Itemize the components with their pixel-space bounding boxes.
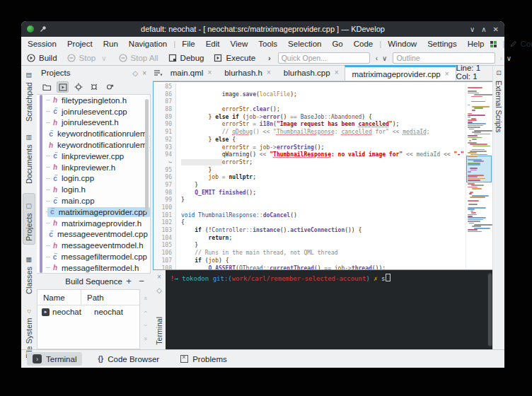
line-number: 95: [154, 167, 176, 175]
pin-icon[interactable]: [40, 25, 47, 33]
menu-item-help[interactable]: Help: [468, 40, 485, 48]
move-bottom-icon[interactable]: »: [141, 337, 149, 340]
outline-input[interactable]: [393, 52, 495, 64]
close-tab-icon[interactable]: ×: [445, 70, 449, 78]
file-row[interactable]: c̈matriximageprovider.cpp: [37, 206, 150, 218]
statusbar-code-browser-button[interactable]: {}Code Browser: [92, 353, 165, 366]
build-sequence-row[interactable]: ▸neochatneochat: [37, 305, 139, 318]
menu-item-run[interactable]: Run: [103, 40, 118, 48]
tree-scrollbar[interactable]: [145, 99, 149, 212]
move-up-icon[interactable]: ‹: [142, 311, 149, 313]
move-down-icon[interactable]: ›: [142, 325, 149, 327]
file-row[interactable]: hlogin.h: [37, 184, 150, 195]
title-bar[interactable]: default: neochat - [ neochat:src/matrixi…: [21, 21, 504, 37]
maximize-button[interactable]: ∧: [481, 25, 486, 33]
build-button[interactable]: Build: [27, 54, 57, 62]
stop-all-button[interactable]: Stop All: [119, 54, 158, 62]
sidebar-tab-scratchpad[interactable]: Scratchpad▤: [23, 69, 35, 124]
code-dropdown-button[interactable]: Code ∨: [510, 40, 532, 48]
terminal-scrollbar[interactable]: [487, 272, 492, 347]
close-button[interactable]: ✕: [493, 25, 499, 33]
menu-item-window[interactable]: Window: [388, 40, 417, 48]
minimap-line: [469, 223, 473, 224]
menu-item-session[interactable]: Session: [28, 40, 57, 48]
nav-back-icon[interactable]: ‹: [376, 54, 378, 62]
execute-button[interactable]: Execute: [214, 54, 255, 62]
prune-gear-icon[interactable]: [103, 81, 115, 93]
file-row[interactable]: hlinkpreviewer.h: [37, 162, 150, 173]
move-top-icon[interactable]: «: [141, 296, 149, 300]
statusbar-label: Code Browser: [108, 355, 159, 363]
menu-item-view[interactable]: View: [231, 40, 248, 48]
file-row[interactable]: hmatriximageprovider.h: [37, 218, 150, 229]
remove-build-item-button[interactable]: −: [137, 276, 146, 286]
menu-item-settings[interactable]: Settings: [427, 40, 457, 48]
menu-item-code[interactable]: Code: [354, 40, 374, 48]
file-row[interactable]: c̈linkpreviewer.cpp: [37, 151, 150, 162]
menu-item-tools[interactable]: Tools: [258, 40, 277, 48]
debug-button[interactable]: Debug: [168, 54, 204, 62]
toolbar-expand-icon[interactable]: ›: [268, 54, 271, 62]
add-build-item-button[interactable]: +: [124, 276, 134, 286]
minimap-line: [468, 214, 477, 216]
close-terminal-icon[interactable]: ×: [157, 273, 161, 281]
editor-tab-blurhash-cpp[interactable]: blurhash.cpp×: [277, 65, 345, 80]
reload-gear-icon[interactable]: [88, 81, 100, 93]
minimap-line: [468, 164, 480, 165]
menu-item-navigation[interactable]: Navigation: [129, 40, 167, 48]
file-row[interactable]: c̈login.cpp: [37, 173, 150, 185]
open-project-button[interactable]: [41, 81, 53, 93]
code-line: 92 } else {: [154, 136, 466, 144]
file-row[interactable]: hkeywordnotificationrulem...: [37, 139, 150, 151]
file-type-icon: c̈: [52, 253, 59, 261]
code-editor[interactable]: 8586 image.save(localFile);8788 errorStr…: [153, 81, 493, 270]
sidebar-tab-documents[interactable]: Documents▥: [23, 131, 35, 187]
editor-tab-blurhash-h[interactable]: blurhash.h×: [218, 65, 277, 80]
session-grid-icon[interactable]: [490, 41, 497, 47]
file-row[interactable]: c̈keywordnotificationrulem...: [37, 128, 150, 139]
file-row[interactable]: c̈main.cpp: [37, 195, 150, 206]
file-row[interactable]: c̈messageeventmodel.cpp: [37, 229, 150, 240]
file-name: messagefiltermodel.h: [62, 264, 139, 272]
configure-icon[interactable]: [72, 81, 84, 93]
statusbar-terminal-button[interactable]: ›Terminal: [27, 352, 82, 366]
menu-item-go[interactable]: Go: [332, 40, 342, 48]
menu-item-project[interactable]: Project: [67, 40, 93, 48]
minimap-line: [474, 94, 493, 95]
close-tab-icon[interactable]: ×: [335, 69, 339, 76]
line-number: 101: [154, 212, 176, 220]
close-tab-icon[interactable]: ×: [207, 69, 212, 76]
quick-open-input[interactable]: [278, 52, 370, 64]
sidebar-tab-projects[interactable]: Projects▢: [23, 193, 35, 245]
float-terminal-icon[interactable]: ◇: [156, 286, 162, 294]
line-number: 100: [154, 204, 176, 212]
file-row[interactable]: hfiletypesingleton.h: [37, 95, 150, 106]
menu-item-file[interactable]: File: [182, 40, 195, 48]
document-list-icon[interactable]: [153, 65, 164, 81]
editor-tab-matriximageprovider-cpp[interactable]: matriximageprovider.cpp×: [345, 65, 456, 81]
file-row[interactable]: c̈joinrulesevent.cpp: [37, 106, 150, 117]
float-panel-icon[interactable]: ◇: [132, 69, 138, 77]
minimap-scrollbar[interactable]: [466, 83, 492, 269]
file-row[interactable]: hmessageeventmodel.h: [37, 240, 150, 251]
file-row[interactable]: hjoinrulesevent.h: [37, 117, 150, 129]
file-row[interactable]: c̈messagefiltermodel.cpp: [37, 251, 150, 262]
build-target-icon: [59, 83, 67, 91]
terminal-screen[interactable]: !→ tokodon git:(work/carl/remember-selec…: [166, 270, 493, 349]
nav-dropdown2-icon[interactable]: ∨: [507, 54, 511, 62]
menu-item-selection[interactable]: Selection: [288, 40, 321, 48]
nav-forward-icon[interactable]: ›: [499, 54, 502, 62]
sidebar-tab-classes[interactable]: Classes▦: [23, 251, 35, 297]
build-selection-button[interactable]: [57, 81, 69, 93]
file-row[interactable]: hmessagefiltermodel.h: [37, 262, 150, 274]
nav-dropdown-icon[interactable]: ∨: [382, 54, 387, 62]
stop-button[interactable]: Stop ∨: [67, 54, 109, 62]
close-panel-icon[interactable]: ×: [142, 69, 146, 77]
file-type-icon: c̈: [49, 208, 56, 216]
close-tab-icon[interactable]: ×: [267, 69, 271, 76]
minimize-button[interactable]: ∨: [470, 25, 475, 33]
menu-item-edit[interactable]: Edit: [206, 40, 220, 48]
tab-external-scripts[interactable]: External Scripts: [495, 81, 503, 133]
statusbar-problems-button[interactable]: Problems: [175, 353, 233, 366]
editor-tab-main-qml[interactable]: main.qml×: [164, 65, 219, 80]
